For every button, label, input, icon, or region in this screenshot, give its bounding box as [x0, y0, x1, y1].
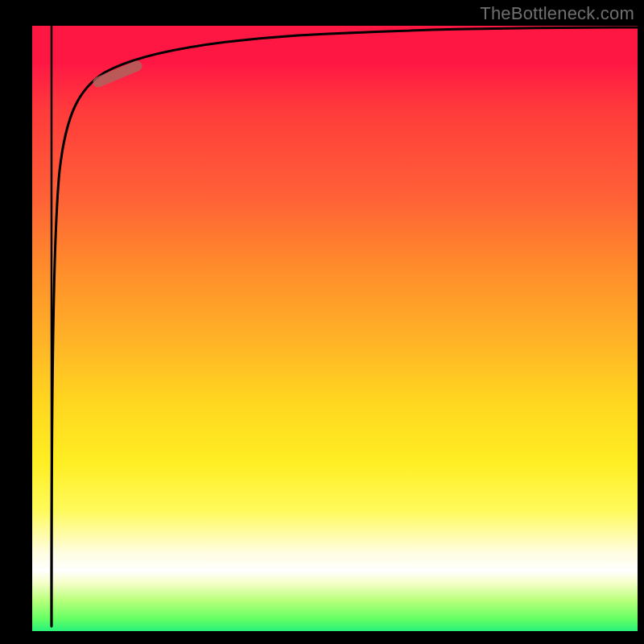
- plot-area: [32, 26, 638, 631]
- curve-svg: [32, 26, 638, 631]
- highlight-marker: [98, 66, 137, 82]
- main-curve: [52, 27, 638, 626]
- chart-frame: TheBottleneck.com: [0, 0, 644, 644]
- attribution-label: TheBottleneck.com: [480, 3, 634, 24]
